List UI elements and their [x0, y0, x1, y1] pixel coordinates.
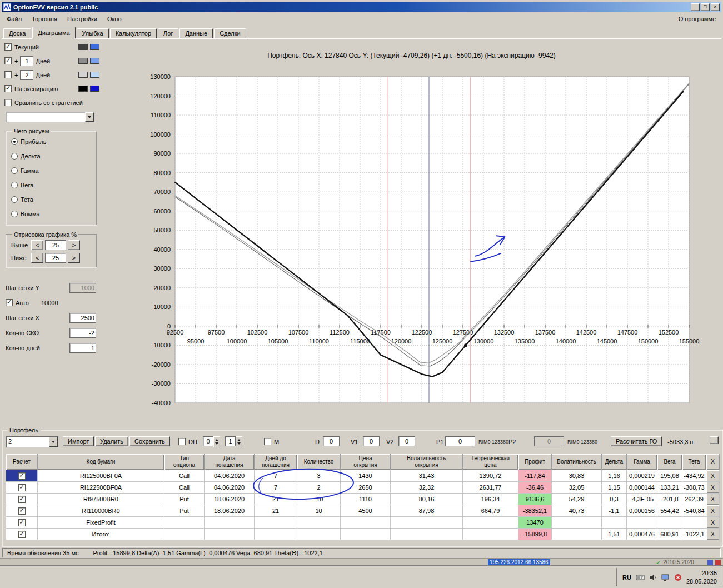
menu-window[interactable]: Окно — [102, 14, 127, 24]
plus2-days-input[interactable] — [20, 70, 33, 80]
dh-spinner-1[interactable] — [203, 436, 220, 447]
calc-checkbox-cell[interactable] — [6, 517, 38, 529]
d-input[interactable] — [323, 436, 340, 446]
keyboard-icon[interactable] — [636, 574, 645, 581]
radio-vomma[interactable] — [11, 211, 18, 217]
cell-option-type: Call — [164, 482, 205, 494]
step-x-input[interactable] — [69, 313, 96, 323]
row-delete-button[interactable]: X — [706, 517, 720, 529]
alert-icon[interactable] — [674, 574, 682, 581]
tab-calculator[interactable]: Калькулятор — [110, 28, 157, 38]
import-button[interactable]: Импорт — [63, 436, 94, 446]
radio-vega[interactable] — [11, 182, 18, 188]
m-checkbox[interactable] — [264, 438, 271, 445]
tab-deals[interactable]: Сделки — [214, 28, 246, 38]
panel-collapse-button[interactable]: _ — [710, 436, 719, 444]
row-delete-button[interactable]: X — [706, 505, 720, 517]
row-checkbox[interactable] — [18, 519, 26, 526]
tab-data[interactable]: Данные — [179, 28, 213, 38]
above-decrease-button[interactable]: < — [31, 240, 43, 250]
row-delete-button[interactable]: X — [706, 482, 720, 494]
dh-spinner-2[interactable] — [225, 436, 242, 447]
cell-gamma: 0,000156 — [627, 505, 657, 517]
calc-checkbox-cell[interactable] — [6, 494, 38, 505]
dh-spin2-input[interactable] — [225, 436, 236, 446]
tab-smile[interactable]: Улыбка — [77, 28, 109, 38]
above-percent-input[interactable] — [45, 240, 66, 250]
cell-quantity: -10 — [297, 494, 341, 505]
spinner-arrows-icon[interactable] — [236, 436, 242, 447]
current-line-checkbox[interactable] — [4, 43, 12, 51]
sko-count-input[interactable] — [69, 328, 96, 338]
expiration-color1-swatch — [78, 86, 88, 92]
row-checkbox[interactable] — [18, 472, 26, 480]
language-indicator[interactable]: RU — [622, 574, 631, 581]
menu-settings[interactable]: Настройки — [62, 14, 102, 24]
calc-checkbox-cell[interactable] — [6, 529, 38, 540]
days-count-input[interactable] — [69, 343, 96, 353]
v1-input[interactable] — [363, 436, 380, 446]
plus1-checkbox[interactable] — [4, 57, 12, 64]
maximize-button[interactable]: □ — [701, 3, 710, 11]
expiration-marker — [464, 343, 467, 347]
row-checkbox[interactable] — [18, 484, 26, 491]
dh-checkbox[interactable] — [178, 438, 186, 445]
calc-go-button[interactable]: Рассчитать ГО — [611, 436, 662, 446]
expiration-checkbox[interactable] — [4, 85, 12, 92]
payoff-chart[interactable]: 1300001200001100001000009000080000700006… — [100, 61, 723, 425]
dh-spin1-input[interactable] — [203, 436, 213, 446]
save-button[interactable]: Сохранить — [129, 436, 170, 446]
tab-board[interactable]: Доска — [3, 28, 31, 38]
chevron-down-icon[interactable] — [85, 112, 94, 122]
p2-input[interactable] — [534, 436, 564, 446]
p2-label: P2 — [508, 438, 516, 445]
below-label: Ниже — [11, 255, 29, 261]
spinner-arrows-icon[interactable] — [213, 436, 220, 447]
above-increase-button[interactable]: > — [68, 240, 80, 250]
p1-input[interactable] — [445, 436, 475, 446]
row-delete-button[interactable]: X — [706, 470, 720, 482]
cell-expiry-date: 18.06.2020 — [205, 505, 255, 517]
row-checkbox[interactable] — [18, 496, 26, 503]
minimize-button[interactable]: _ — [691, 3, 700, 11]
calc-checkbox-cell[interactable] — [6, 470, 38, 482]
row-delete-button[interactable]: X — [706, 529, 720, 540]
display-icon[interactable] — [661, 574, 670, 581]
above-label: Выше — [11, 242, 29, 248]
menu-about[interactable]: О программе — [673, 14, 721, 24]
chevron-down-icon[interactable] — [49, 437, 58, 447]
taskbar[interactable]: RU 20:35 28.05.2020 — [0, 566, 723, 588]
d-label: D — [315, 438, 320, 445]
y-tick-label: 60000 — [153, 208, 171, 215]
compare-checkbox[interactable] — [4, 99, 12, 106]
row-checkbox[interactable] — [18, 531, 26, 538]
below-increase-button[interactable]: > — [68, 253, 80, 263]
title-bar[interactable]: OptionFVV версия 2.1 public _ □ × — [2, 2, 721, 12]
tray-clock[interactable]: 20:35 28.05.2020 — [686, 569, 717, 585]
x-tick-label: 152500 — [659, 329, 679, 336]
close-button[interactable]: × — [711, 3, 720, 11]
v2-input[interactable] — [398, 436, 415, 446]
auto-grid-checkbox[interactable] — [6, 299, 13, 306]
radio-gamma[interactable] — [11, 167, 18, 174]
menu-file[interactable]: Файл — [2, 14, 27, 24]
radio-profit[interactable] — [11, 138, 18, 145]
delete-button[interactable]: Удалить — [95, 436, 128, 446]
strategy-select[interactable] — [6, 112, 94, 122]
tab-log[interactable]: Лог — [158, 28, 178, 38]
row-delete-button[interactable]: X — [706, 494, 720, 505]
calc-checkbox-cell[interactable] — [6, 505, 38, 517]
menu-trading[interactable]: Торговля — [27, 14, 62, 24]
calc-checkbox-cell[interactable] — [6, 482, 38, 494]
below-percent-input[interactable] — [45, 253, 66, 263]
portfolio-select[interactable]: 2 — [6, 436, 58, 447]
plus1-days-input[interactable] — [20, 56, 33, 66]
radio-theta[interactable] — [11, 196, 18, 203]
tab-diagram[interactable]: Диаграмма — [32, 27, 75, 38]
volume-icon[interactable] — [649, 574, 657, 581]
plus2-checkbox[interactable] — [4, 71, 12, 78]
step-y-input[interactable] — [69, 283, 96, 293]
row-checkbox[interactable] — [18, 507, 26, 515]
radio-delta[interactable] — [11, 153, 18, 160]
below-decrease-button[interactable]: < — [31, 253, 43, 263]
